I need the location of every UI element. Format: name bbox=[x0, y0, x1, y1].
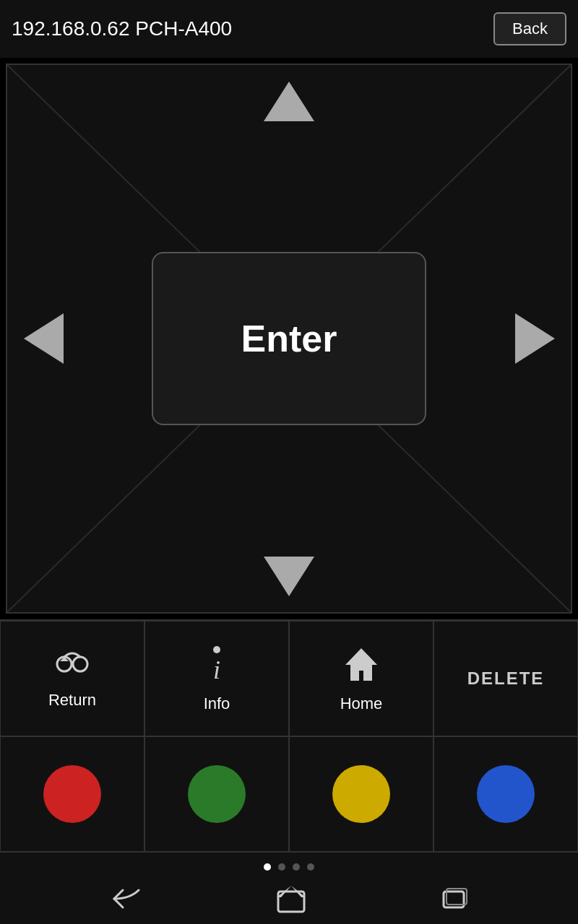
nav-bar bbox=[0, 852, 578, 924]
info-label: Info bbox=[204, 694, 230, 713]
return-label: Return bbox=[48, 691, 96, 710]
header: 192.168.0.62 PCH-A400 Back bbox=[0, 0, 578, 58]
red-circle-icon bbox=[43, 765, 101, 823]
home-icon bbox=[342, 645, 381, 689]
page-indicator bbox=[264, 863, 314, 871]
dpad-up-button[interactable] bbox=[260, 79, 318, 123]
delete-button[interactable]: DELETE bbox=[434, 621, 578, 736]
info-icon: i bbox=[204, 644, 230, 689]
dpad-left-button[interactable] bbox=[22, 310, 65, 367]
page-dot-2 bbox=[278, 863, 285, 871]
home-button[interactable]: Home bbox=[289, 621, 434, 736]
yellow-button[interactable] bbox=[289, 736, 434, 852]
red-button[interactable] bbox=[0, 736, 144, 852]
dpad-down-button[interactable] bbox=[260, 554, 318, 598]
svg-text:i: i bbox=[213, 655, 220, 683]
page-dot-4 bbox=[307, 863, 314, 871]
green-circle-icon bbox=[188, 765, 246, 823]
dpad-container: Enter bbox=[6, 64, 572, 614]
svg-point-6 bbox=[213, 646, 220, 653]
page-dot-1 bbox=[264, 863, 271, 871]
system-recents-button[interactable] bbox=[438, 884, 470, 913]
system-nav-icons bbox=[0, 884, 578, 913]
home-label: Home bbox=[340, 694, 383, 713]
return-button[interactable]: Return bbox=[0, 621, 144, 736]
delete-label: DELETE bbox=[467, 668, 545, 689]
blue-button[interactable] bbox=[434, 736, 578, 852]
yellow-circle-icon bbox=[332, 765, 390, 823]
system-back-button[interactable] bbox=[108, 884, 144, 913]
dpad-right-button[interactable] bbox=[513, 310, 556, 367]
down-arrow-icon bbox=[264, 557, 314, 596]
button-grid: Return i Info Home DELETE bbox=[0, 619, 578, 852]
left-arrow-icon bbox=[24, 313, 64, 364]
svg-point-5 bbox=[73, 657, 87, 671]
system-home-button[interactable] bbox=[275, 884, 307, 913]
enter-button[interactable]: Enter bbox=[152, 252, 426, 425]
right-arrow-icon bbox=[515, 313, 555, 364]
svg-marker-8 bbox=[345, 648, 377, 681]
up-arrow-icon bbox=[264, 82, 314, 121]
page-title: 192.168.0.62 PCH-A400 bbox=[12, 17, 232, 40]
page-dot-3 bbox=[293, 863, 300, 871]
green-button[interactable] bbox=[144, 736, 289, 852]
back-button[interactable]: Back bbox=[493, 12, 566, 45]
blue-circle-icon bbox=[477, 765, 535, 823]
return-icon bbox=[53, 648, 92, 685]
info-button[interactable]: i Info bbox=[144, 621, 289, 736]
